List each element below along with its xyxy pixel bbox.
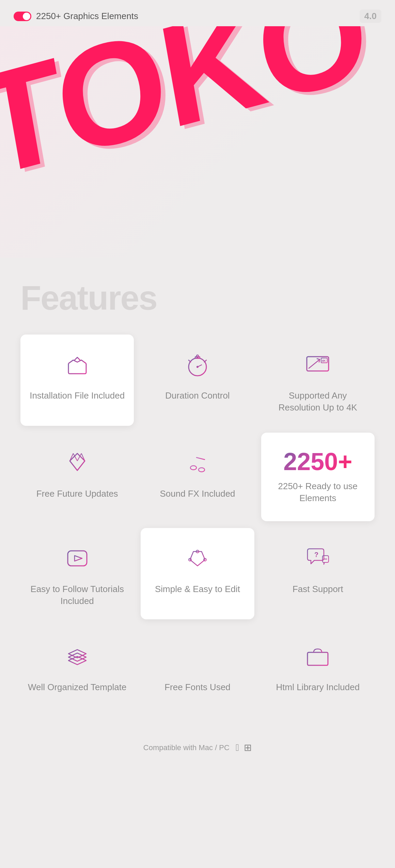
tutorials-icon: [62, 543, 93, 574]
toggle-area: 2250+ Graphics Elements: [14, 11, 138, 21]
toggle-switch[interactable]: [14, 12, 31, 21]
resolution-label: Supported Any Resolution Up to 4K: [268, 390, 368, 414]
sound-icon: [182, 448, 213, 478]
updates-icon: [62, 448, 93, 478]
updates-label: Free Future Updates: [36, 488, 118, 500]
feature-card-tutorials: Easy to Follow Tutorials Included: [20, 528, 134, 619]
duration-icon: [182, 350, 213, 380]
svg-text:?: ?: [314, 551, 318, 558]
svg-marker-31: [75, 556, 82, 561]
svg-point-25: [190, 466, 196, 470]
windows-icon: ⊞: [244, 742, 252, 753]
html-label: Html Library Included: [276, 681, 360, 693]
top-bar: 2250+ Graphics Elements 4.0: [0, 0, 395, 26]
svg-point-8: [196, 366, 199, 368]
features-section: Features: [0, 258, 395, 728]
svg-point-27: [199, 468, 205, 472]
edit-icon: [182, 543, 213, 574]
os-icons:  ⊞: [236, 742, 252, 753]
feature-card-updates: Free Future Updates: [20, 433, 134, 521]
organized-icon: [62, 641, 93, 672]
svg-rect-30: [68, 551, 87, 566]
feature-card-organized: Well Organized Template: [20, 626, 134, 715]
feature-card-edit: Simple & Easy to Edit: [141, 528, 254, 619]
hero-text: TOKO: [0, 26, 375, 199]
bottom-bar: Compatible with Mac / PC  ⊞: [0, 728, 395, 770]
duration-label: Duration Control: [165, 390, 230, 402]
feature-card-fonts: Free Fonts Used: [141, 626, 254, 715]
svg-text:4K: 4K: [322, 359, 326, 362]
organized-label: Well Organized Template: [28, 681, 127, 693]
sound-label: Sound FX Included: [160, 488, 235, 500]
installation-icon: [62, 350, 93, 380]
compatible-text: Compatible with Mac / PC: [143, 743, 230, 752]
feature-card-duration: Duration Control: [141, 335, 254, 426]
features-grid: Installation File Included: [20, 335, 375, 715]
installation-label: Installation File Included: [30, 390, 125, 402]
html-icon: [302, 641, 333, 672]
svg-line-29: [196, 458, 205, 460]
feature-card-installation: Installation File Included: [20, 335, 134, 426]
elements-number: 2250+: [283, 448, 352, 476]
tutorials-label: Easy to Follow Tutorials Included: [27, 583, 127, 607]
svg-line-14: [309, 359, 320, 368]
svg-point-40: [324, 559, 325, 560]
svg-point-42: [326, 559, 327, 560]
features-title: Features: [20, 278, 375, 317]
support-label: Fast Support: [293, 583, 343, 595]
feature-card-4k: 4K Supported Any Resolution Up to 4K: [261, 335, 375, 426]
resolution-icon: 4K: [302, 350, 333, 380]
edit-label: Simple & Easy to Edit: [155, 583, 240, 595]
version-label: 4.0: [360, 10, 381, 23]
fonts-icon: [182, 641, 213, 672]
support-icon: ?: [302, 543, 333, 574]
feature-card-elements: 2250+ 2250+ Ready to use Elements: [261, 433, 375, 521]
feature-card-sound: Sound FX Included: [141, 433, 254, 521]
apple-icon: : [236, 742, 239, 753]
feature-card-html: Html Library Included: [261, 626, 375, 715]
svg-rect-3: [196, 355, 199, 357]
elements-label: 2250+ Ready to use Elements: [268, 480, 368, 504]
fonts-label: Free Fonts Used: [164, 681, 231, 693]
svg-point-41: [325, 559, 326, 560]
feature-card-support: ? Fast Support: [261, 528, 375, 619]
hero-section: TOKO: [0, 26, 395, 258]
toggle-label: 2250+ Graphics Elements: [36, 11, 138, 21]
